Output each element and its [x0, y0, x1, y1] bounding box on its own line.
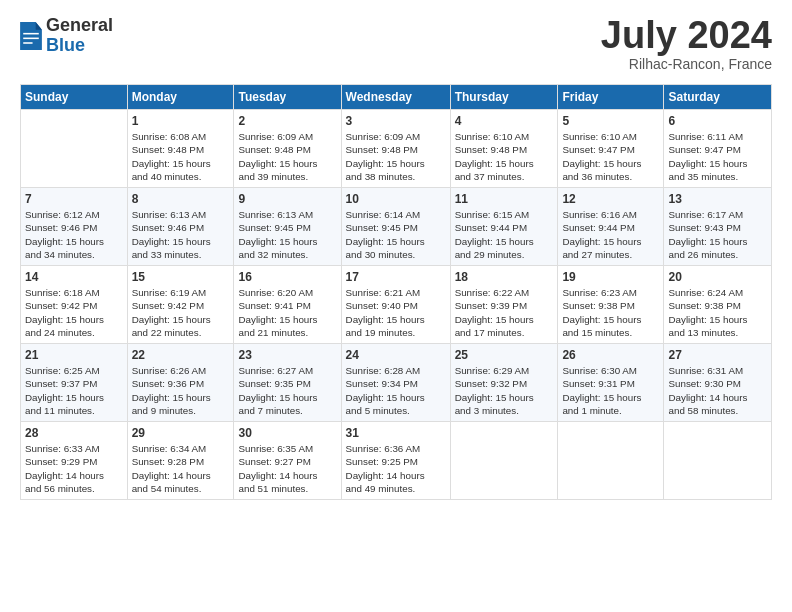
calendar-cell: 19Sunrise: 6:23 AMSunset: 9:38 PMDayligh…	[558, 266, 664, 344]
cell-info: Sunrise: 6:13 AM	[238, 208, 336, 221]
cell-info: and 39 minutes.	[238, 170, 336, 183]
day-number: 14	[25, 269, 123, 285]
day-number: 8	[132, 191, 230, 207]
cell-info: Sunset: 9:41 PM	[238, 299, 336, 312]
cell-info: Sunrise: 6:28 AM	[346, 364, 446, 377]
calendar-cell: 18Sunrise: 6:22 AMSunset: 9:39 PMDayligh…	[450, 266, 558, 344]
cell-info: Daylight: 15 hours	[346, 391, 446, 404]
cell-info: and 11 minutes.	[25, 404, 123, 417]
cell-info: Sunset: 9:40 PM	[346, 299, 446, 312]
cell-info: and 22 minutes.	[132, 326, 230, 339]
cell-info: and 32 minutes.	[238, 248, 336, 261]
cell-info: Daylight: 15 hours	[25, 235, 123, 248]
cell-info: Sunset: 9:42 PM	[132, 299, 230, 312]
cell-info: Daylight: 15 hours	[238, 313, 336, 326]
cell-info: and 24 minutes.	[25, 326, 123, 339]
day-number: 26	[562, 347, 659, 363]
cell-info: Sunset: 9:36 PM	[132, 377, 230, 390]
header-tuesday: Tuesday	[234, 85, 341, 110]
calendar-cell: 7Sunrise: 6:12 AMSunset: 9:46 PMDaylight…	[21, 188, 128, 266]
calendar-cell: 26Sunrise: 6:30 AMSunset: 9:31 PMDayligh…	[558, 344, 664, 422]
calendar-cell: 12Sunrise: 6:16 AMSunset: 9:44 PMDayligh…	[558, 188, 664, 266]
cell-info: Daylight: 15 hours	[25, 391, 123, 404]
cell-info: Daylight: 14 hours	[238, 469, 336, 482]
cell-info: and 49 minutes.	[346, 482, 446, 495]
cell-info: Daylight: 15 hours	[346, 313, 446, 326]
cell-info: and 7 minutes.	[238, 404, 336, 417]
cell-info: Daylight: 14 hours	[132, 469, 230, 482]
calendar-cell	[558, 422, 664, 500]
cell-info: Sunrise: 6:13 AM	[132, 208, 230, 221]
calendar-cell	[21, 110, 128, 188]
cell-info: Sunset: 9:48 PM	[238, 143, 336, 156]
cell-info: Daylight: 15 hours	[455, 157, 554, 170]
calendar-cell: 25Sunrise: 6:29 AMSunset: 9:32 PMDayligh…	[450, 344, 558, 422]
cell-info: Sunset: 9:47 PM	[562, 143, 659, 156]
svg-rect-4	[23, 42, 32, 44]
cell-info: Sunrise: 6:16 AM	[562, 208, 659, 221]
day-number: 5	[562, 113, 659, 129]
calendar-cell: 2Sunrise: 6:09 AMSunset: 9:48 PMDaylight…	[234, 110, 341, 188]
calendar-cell: 28Sunrise: 6:33 AMSunset: 9:29 PMDayligh…	[21, 422, 128, 500]
cell-info: Sunset: 9:25 PM	[346, 455, 446, 468]
cell-info: Sunset: 9:48 PM	[346, 143, 446, 156]
cell-info: Daylight: 15 hours	[238, 391, 336, 404]
day-number: 4	[455, 113, 554, 129]
day-number: 31	[346, 425, 446, 441]
cell-info: Sunrise: 6:24 AM	[668, 286, 767, 299]
calendar-cell: 20Sunrise: 6:24 AMSunset: 9:38 PMDayligh…	[664, 266, 772, 344]
logo-blue: Blue	[46, 36, 113, 56]
cell-info: Daylight: 15 hours	[668, 157, 767, 170]
cell-info: Sunrise: 6:30 AM	[562, 364, 659, 377]
day-number: 29	[132, 425, 230, 441]
cell-info: and 58 minutes.	[668, 404, 767, 417]
calendar-cell: 30Sunrise: 6:35 AMSunset: 9:27 PMDayligh…	[234, 422, 341, 500]
cell-info: and 51 minutes.	[238, 482, 336, 495]
calendar-cell	[664, 422, 772, 500]
day-number: 21	[25, 347, 123, 363]
header-thursday: Thursday	[450, 85, 558, 110]
day-number: 22	[132, 347, 230, 363]
svg-rect-2	[23, 33, 39, 35]
cell-info: Sunrise: 6:10 AM	[562, 130, 659, 143]
header: General Blue July 2024 Rilhac-Rancon, Fr…	[20, 16, 772, 72]
calendar-week-2: 7Sunrise: 6:12 AMSunset: 9:46 PMDaylight…	[21, 188, 772, 266]
cell-info: Sunset: 9:43 PM	[668, 221, 767, 234]
location: Rilhac-Rancon, France	[601, 56, 772, 72]
cell-info: Daylight: 15 hours	[562, 391, 659, 404]
cell-info: and 35 minutes.	[668, 170, 767, 183]
header-sunday: Sunday	[21, 85, 128, 110]
cell-info: and 5 minutes.	[346, 404, 446, 417]
cell-info: Sunset: 9:34 PM	[346, 377, 446, 390]
calendar-week-1: 1Sunrise: 6:08 AMSunset: 9:48 PMDaylight…	[21, 110, 772, 188]
calendar-cell	[450, 422, 558, 500]
cell-info: Daylight: 15 hours	[562, 313, 659, 326]
header-monday: Monday	[127, 85, 234, 110]
cell-info: Sunrise: 6:23 AM	[562, 286, 659, 299]
cell-info: Daylight: 15 hours	[668, 313, 767, 326]
calendar-cell: 21Sunrise: 6:25 AMSunset: 9:37 PMDayligh…	[21, 344, 128, 422]
calendar-page: General Blue July 2024 Rilhac-Rancon, Fr…	[0, 0, 792, 510]
calendar-cell: 4Sunrise: 6:10 AMSunset: 9:48 PMDaylight…	[450, 110, 558, 188]
calendar-cell: 27Sunrise: 6:31 AMSunset: 9:30 PMDayligh…	[664, 344, 772, 422]
cell-info: Sunrise: 6:11 AM	[668, 130, 767, 143]
cell-info: Sunrise: 6:10 AM	[455, 130, 554, 143]
calendar-week-3: 14Sunrise: 6:18 AMSunset: 9:42 PMDayligh…	[21, 266, 772, 344]
logo-text: General Blue	[46, 16, 113, 56]
cell-info: Daylight: 15 hours	[562, 157, 659, 170]
cell-info: Sunset: 9:31 PM	[562, 377, 659, 390]
title-block: July 2024 Rilhac-Rancon, France	[601, 16, 772, 72]
calendar-cell: 11Sunrise: 6:15 AMSunset: 9:44 PMDayligh…	[450, 188, 558, 266]
day-number: 12	[562, 191, 659, 207]
cell-info: Sunset: 9:48 PM	[455, 143, 554, 156]
day-number: 20	[668, 269, 767, 285]
cell-info: and 54 minutes.	[132, 482, 230, 495]
calendar-cell: 1Sunrise: 6:08 AMSunset: 9:48 PMDaylight…	[127, 110, 234, 188]
cell-info: Daylight: 14 hours	[346, 469, 446, 482]
cell-info: Daylight: 15 hours	[132, 391, 230, 404]
day-number: 7	[25, 191, 123, 207]
cell-info: Sunrise: 6:34 AM	[132, 442, 230, 455]
cell-info: Sunset: 9:37 PM	[25, 377, 123, 390]
cell-info: Daylight: 14 hours	[25, 469, 123, 482]
cell-info: Daylight: 15 hours	[455, 313, 554, 326]
